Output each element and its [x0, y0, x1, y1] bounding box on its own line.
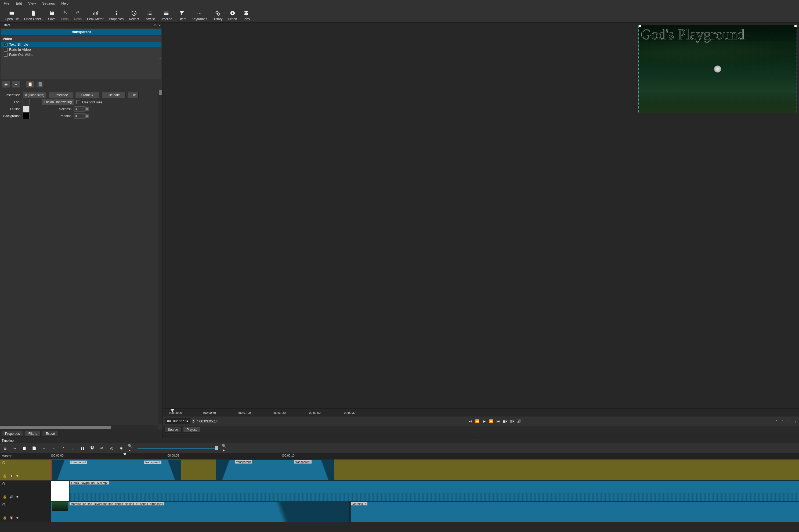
- remove-icon[interactable]: －: [51, 445, 56, 451]
- preview-ruler[interactable]: 00:00:00 00:00:30 00:01:00 00:01:30 00:0…: [163, 408, 799, 417]
- clip-video-2[interactable]: Morning+o: [350, 501, 799, 522]
- copy-filter-button[interactable]: 📋: [26, 81, 34, 88]
- clip-video-1[interactable]: Morning+on+the+River+and+the+gentle+sing…: [51, 501, 349, 522]
- lock-icon[interactable]: 🔓: [3, 516, 7, 520]
- padding-down[interactable]: ▼: [85, 116, 89, 118]
- cut-icon[interactable]: ✂: [12, 445, 18, 451]
- filters-button[interactable]: Filters: [175, 7, 189, 22]
- insert-timecode-button[interactable]: Timecode: [49, 92, 73, 98]
- grid-button[interactable]: ⊞▾: [510, 418, 515, 424]
- copy-icon[interactable]: 📋: [21, 445, 27, 451]
- timeline-ruler[interactable]: 00:00:00 00:00:05 00:00:10: [51, 453, 799, 459]
- timeline-button[interactable]: Timeline: [157, 7, 175, 22]
- track-v2[interactable]: God's Playground - Mix.mp3: [51, 480, 799, 501]
- tab-properties[interactable]: Properties: [2, 431, 23, 437]
- drag-handle-icon[interactable]: ⋮⋮⋮: [158, 57, 161, 64]
- properties-button[interactable]: Properties: [106, 7, 126, 22]
- hide-icon[interactable]: 👁: [16, 495, 19, 499]
- open-file-button[interactable]: Open File: [2, 7, 21, 22]
- history-button[interactable]: History: [210, 7, 225, 22]
- ripple-all-icon[interactable]: ✱: [118, 445, 124, 451]
- play-button[interactable]: ▶: [481, 418, 487, 424]
- timeline-menu-icon[interactable]: ☰: [2, 445, 8, 451]
- insert-hash-button[interactable]: # (Hash sign): [22, 92, 47, 98]
- track-area[interactable]: 00:00:00 00:00:05 00:00:10 transparent t…: [51, 453, 799, 532]
- audio-icon[interactable]: 🔊: [9, 495, 14, 499]
- peak-meter-button[interactable]: Peak Meter: [84, 7, 106, 22]
- track-header-v2[interactable]: V2 🔓 🔊 👁: [0, 480, 51, 501]
- tab-source[interactable]: Source: [164, 427, 182, 433]
- fast-forward-button[interactable]: ⏩: [489, 418, 494, 424]
- background-color-swatch[interactable]: [22, 113, 30, 119]
- track-header-v3[interactable]: V3 🔓 🔇 👁: [0, 459, 51, 480]
- panel-resize-handle[interactable]: ⋯⋯⋯: [163, 434, 799, 438]
- lock-icon[interactable]: 🔓: [3, 474, 7, 478]
- clip-transparent-2[interactable]: transparent transparent: [216, 459, 335, 480]
- menu-edit[interactable]: Edit: [13, 1, 25, 6]
- recent-button[interactable]: Recent: [126, 7, 142, 22]
- lock-icon[interactable]: 🔓: [3, 495, 7, 499]
- props-vertical-scrollbar[interactable]: [158, 90, 163, 424]
- mute-icon[interactable]: 🔇: [9, 474, 14, 478]
- filter-item[interactable]: ✓Text: Simple: [1, 42, 161, 47]
- filter-item[interactable]: Fade In Video: [1, 47, 161, 52]
- preview-text-overlay[interactable]: God's Playground: [641, 26, 795, 43]
- export-button[interactable]: Export: [225, 7, 240, 22]
- thickness-input[interactable]: [74, 106, 85, 112]
- tab-project[interactable]: Project: [183, 427, 200, 433]
- use-font-size-checkbox[interactable]: [76, 100, 80, 104]
- filter-checkbox[interactable]: ✓: [4, 53, 7, 57]
- props-horizontal-scrollbar[interactable]: [0, 425, 158, 430]
- font-color-swatch[interactable]: [22, 99, 30, 105]
- insert-file-button[interactable]: File: [128, 92, 138, 98]
- preview-handle-tl[interactable]: [639, 25, 641, 27]
- filter-item[interactable]: ✓Fade Out Video: [1, 52, 161, 57]
- jobs-button[interactable]: Jobs: [240, 7, 253, 22]
- zoom-in-icon[interactable]: 🔍＋: [222, 445, 228, 451]
- skip-start-button[interactable]: ⏮: [468, 418, 473, 424]
- track-v3[interactable]: transparent transparent transparent tran…: [51, 459, 799, 480]
- insert-frame-button[interactable]: Frame #: [75, 92, 99, 98]
- zoom-out-icon[interactable]: 🔍－: [128, 445, 134, 451]
- add-filter-button[interactable]: ✚: [2, 81, 10, 88]
- snap-icon[interactable]: [89, 445, 95, 451]
- padding-spin[interactable]: ▲▼: [74, 113, 89, 119]
- tc-down[interactable]: ▼: [192, 421, 195, 423]
- tab-filters[interactable]: Filters: [25, 431, 41, 437]
- tc-up[interactable]: ▲: [192, 419, 195, 421]
- hide-icon[interactable]: 👁: [16, 516, 19, 520]
- keyframes-button[interactable]: Keyframes: [189, 7, 210, 22]
- thickness-spin[interactable]: ▲▼: [74, 106, 89, 112]
- menu-help[interactable]: Help: [58, 1, 72, 6]
- filter-checkbox[interactable]: [4, 48, 7, 52]
- skip-end-button[interactable]: ⏭: [495, 418, 501, 424]
- append-icon[interactable]: ＋: [41, 445, 47, 451]
- mute-icon[interactable]: 🔇: [9, 516, 14, 520]
- menu-file[interactable]: File: [1, 1, 13, 6]
- menu-view[interactable]: View: [25, 1, 39, 6]
- padding-input[interactable]: [74, 113, 85, 119]
- scrub-icon[interactable]: 👁: [99, 445, 105, 451]
- save-button[interactable]: Save: [45, 7, 58, 22]
- track-header-v1[interactable]: V1 🔓 🔇 👁: [0, 501, 51, 522]
- master-track-header[interactable]: Master: [0, 453, 51, 459]
- zoom-slider[interactable]: [137, 448, 218, 449]
- paste-filter-button[interactable]: 📄: [36, 81, 44, 88]
- panel-popout-icon[interactable]: ⧉: [154, 23, 157, 27]
- menu-settings[interactable]: Settings: [39, 1, 58, 6]
- remove-filter-button[interactable]: －: [12, 81, 20, 88]
- tab-export[interactable]: Export: [42, 431, 59, 437]
- preview-center-handle[interactable]: [714, 65, 721, 73]
- clip-transparent-1[interactable]: transparent transparent: [51, 459, 181, 480]
- current-timecode[interactable]: 00:00:03:04: [165, 418, 190, 424]
- preview-handle-tr[interactable]: [795, 25, 797, 27]
- filter-checkbox[interactable]: ✓: [4, 43, 7, 46]
- lift-icon[interactable]: ＾: [60, 445, 66, 451]
- open-other-button[interactable]: Open Other▾: [21, 7, 45, 22]
- insert-filedate-button[interactable]: File date: [101, 92, 126, 98]
- zoom-fit-button[interactable]: ◼▾: [502, 418, 508, 424]
- thickness-down[interactable]: ▼: [85, 109, 89, 111]
- video-preview[interactable]: God's Playground: [639, 25, 797, 113]
- clip-audio[interactable]: God's Playground - Mix.mp3: [69, 480, 799, 501]
- volume-button[interactable]: 🔊: [516, 418, 522, 424]
